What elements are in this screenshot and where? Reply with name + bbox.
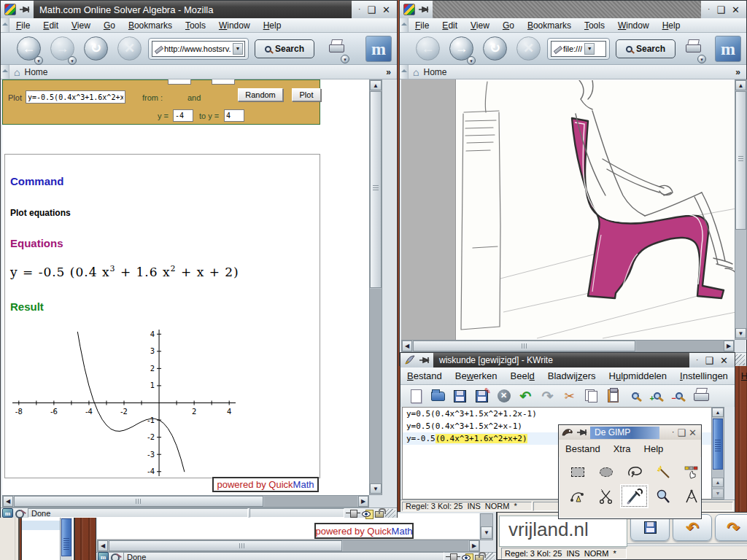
open-button[interactable] [430,388,446,405]
resize-grip[interactable] [385,509,395,518]
component-bar-icon[interactable] [15,509,26,518]
scrollbar-thumb[interactable] [109,540,342,551]
toolbar-grip[interactable] [1,65,9,79]
tool-scissors[interactable] [592,484,620,508]
titlebar[interactable]: wiskunde [gewijzigd] - KWrite · ❑ ✕ [400,353,735,368]
menu-file[interactable]: File [409,19,436,32]
reload-button[interactable]: ↻ [483,36,507,61]
scrollbar-thumb[interactable] [413,341,635,351]
vertical-scrollbar[interactable]: ▼ [480,513,493,540]
print-button[interactable] [684,39,701,55]
search-button[interactable]: Search [616,39,676,58]
expression-input[interactable] [26,90,125,104]
vertical-scrollbar[interactable]: ▲ ▼ [735,79,747,340]
menu-edit[interactable]: Edit [436,19,464,32]
forward-dropdown-icon[interactable]: ▾ [68,56,77,65]
tool-measure[interactable] [677,484,705,508]
scrollbar-thumb[interactable] [713,419,723,470]
stop-button[interactable]: ✕ [117,36,142,61]
minimize-button[interactable]: · [708,6,710,13]
plugin-icon[interactable] [346,510,360,516]
random-button[interactable]: Random [238,88,283,101]
menu-go[interactable]: Go [496,19,521,32]
url-dropdown-icon[interactable]: ▼ [233,43,243,55]
mozilla-status-icon[interactable]: m [2,508,13,518]
zoom-in-button[interactable]: + [649,388,665,405]
scroll-left-button[interactable]: ◀ [402,341,412,351]
tool-color-picker[interactable] [620,484,649,508]
menu-go[interactable]: Go [97,19,122,32]
component-bar-icon[interactable] [110,553,122,560]
mozilla-status-icon[interactable]: m [98,552,109,560]
paste-button[interactable] [605,388,622,405]
menu-beeld[interactable]: Beeld [504,369,541,383]
scroll-down-button[interactable]: ▼ [712,489,724,498]
scrollbar-thumb[interactable] [370,91,382,288]
scrollbar-track[interactable] [636,341,724,351]
scroll-right-button[interactable]: ▶ [358,496,368,507]
menu-help[interactable]: Help [656,19,687,32]
menu-tools[interactable]: Tools [179,19,212,32]
save-button[interactable] [452,388,468,405]
menu-bestand[interactable]: Bestand [400,369,449,383]
scroll-right-button[interactable]: ▶ [724,341,734,351]
scrollbar-track[interactable] [264,496,357,507]
find-button[interactable]: ∙∙ [627,388,643,405]
x-to-input[interactable] [212,79,235,85]
tool-zoom[interactable] [649,484,677,508]
privacy-icon[interactable] [362,509,374,518]
security-padlock-icon[interactable] [375,508,384,518]
close-button[interactable]: ✕ [720,356,728,365]
resize-grip[interactable] [734,354,745,365]
scroll-up-button[interactable]: ▲ [712,408,724,417]
close-button[interactable]: ✕ [382,5,390,15]
maximize-button[interactable]: ❑ [677,428,686,438]
minimize-button[interactable]: · [696,357,698,364]
pin-icon[interactable] [419,357,430,364]
menu-help[interactable]: Help [257,19,288,32]
url-dropdown-icon[interactable]: ▼ [584,43,595,55]
menu-bookmarks[interactable]: Bookmarks [122,19,179,32]
scroll-down-button[interactable]: ▼ [735,328,746,338]
close-button[interactable]: ✕ [689,428,697,438]
toolbar-grip[interactable] [400,18,409,32]
menu-help[interactable]: Help [735,369,747,383]
vertical-scrollbar[interactable]: ▲ ▼ [369,79,382,495]
forward-dropdown-icon[interactable]: ▾ [467,56,476,65]
minimize-button[interactable]: · [358,6,360,13]
scrollbar-thumb[interactable] [735,91,746,230]
scrollbar-thumb[interactable] [61,518,71,556]
close-button[interactable]: ✕ [732,5,740,15]
redo-button[interactable]: ↷ [715,514,747,541]
editor-viewport[interactable]: vrijland.nl [499,516,627,547]
scrollbar-track[interactable] [370,289,382,484]
vertical-scrollbar[interactable]: ▲ ▲ ▼ [711,407,724,499]
url-input[interactable]: http://www.hostsrv.co ▼ [152,41,245,57]
redo-button[interactable]: ↷ [539,388,556,405]
titlebar[interactable]: · ❑ ✕ [400,1,746,18]
resize-grip[interactable] [485,553,495,560]
reload-button[interactable]: ↻ [84,36,108,61]
scrollbar-track[interactable] [343,540,468,551]
menu-xtra[interactable]: Xtra [607,442,638,456]
url-input[interactable]: file:/// ▼ [551,41,606,57]
scroll-down-button[interactable]: ▼ [481,526,492,539]
maximize-button[interactable]: ❑ [716,5,725,15]
y-to-input[interactable] [224,109,244,122]
tool-select-by-color[interactable] [677,460,705,484]
plugin-icon[interactable] [446,553,460,560]
menu-tools[interactable]: Tools [578,19,611,32]
toolbar-grip[interactable] [400,65,409,79]
menu-bladwijzers[interactable]: Bladwijzers [541,369,603,383]
maximize-button[interactable]: ❑ [705,356,713,365]
menu-file[interactable]: File [9,19,36,32]
print-button[interactable] [692,388,709,405]
scrollbar-thumb[interactable] [14,496,263,507]
tool-paths[interactable] [563,484,592,508]
security-padlock-icon[interactable] [475,552,484,560]
plot-button[interactable]: Plot [292,88,321,101]
home-bookmark[interactable]: Home [423,67,446,77]
minimize-button[interactable]: · [672,429,674,436]
horizontal-scrollbar[interactable]: ◀ ▶ [2,495,369,508]
toolbar-overflow-chevron[interactable]: » [386,67,391,77]
